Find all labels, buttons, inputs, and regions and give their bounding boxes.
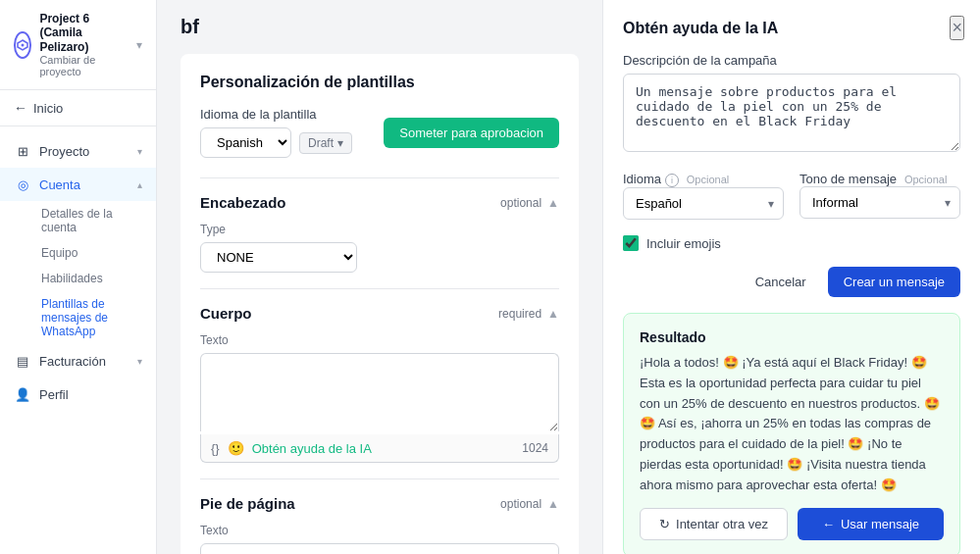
sidebar-facturacion-label: Facturación xyxy=(39,354,106,369)
receipt-icon: ▤ xyxy=(14,352,31,370)
retry-button[interactable]: ↻ Intentar otra vez xyxy=(640,508,788,540)
emojis-label: Incluir emojis xyxy=(646,236,721,251)
encabezado-collapse-icon[interactable]: ▲ xyxy=(547,196,559,210)
tono-col: Tono de mensaje Opcional Informal Formal… xyxy=(799,171,960,220)
encabezado-badge: optional ▲ xyxy=(500,196,559,210)
pie-title: Pie de página xyxy=(200,495,295,512)
project-icon xyxy=(14,31,31,59)
descripcion-label: Descripción de la campaña xyxy=(623,53,960,68)
sidebar-nav: ⊞ Proyecto ▾ ◎ Cuenta ▴ Detalles de la c… xyxy=(0,126,156,554)
draft-chevron-icon: ▾ xyxy=(337,136,343,150)
emojis-row: Incluir emojis xyxy=(623,235,960,251)
refresh-icon: ↻ xyxy=(659,517,670,531)
idioma-optional: Opcional xyxy=(687,174,729,185)
cuerpo-textarea-wrap: {} 🙂 Obtén ayuda de la IA 1024 xyxy=(200,353,559,463)
main-header: bf xyxy=(157,0,602,54)
cuerpo-section: Cuerpo required ▲ Texto {} 🙂 Obtén ayuda… xyxy=(200,288,559,463)
info-icon[interactable]: i xyxy=(665,174,679,187)
chevron-down-icon: ▴ xyxy=(137,179,142,190)
page-title: bf xyxy=(181,16,579,38)
tono-optional: Opcional xyxy=(904,174,947,185)
pie-collapse-icon[interactable]: ▲ xyxy=(547,497,559,511)
sidebar-proyecto-label: Proyecto xyxy=(39,144,89,159)
template-card: Personalización de plantillas Idioma de … xyxy=(181,54,579,554)
cancel-button[interactable]: Cancelar xyxy=(744,267,818,297)
panel-lang-tone-row: Idioma i Opcional Español English French… xyxy=(623,171,960,220)
resultado-title: Resultado xyxy=(640,329,944,345)
chevron-icon: ▾ xyxy=(137,146,142,157)
emojis-checkbox[interactable] xyxy=(623,235,639,251)
encabezado-header: Encabezado optional ▲ xyxy=(200,194,559,211)
type-select[interactable]: NONE xyxy=(200,242,357,273)
sidebar-item-proyecto[interactable]: ⊞ Proyecto ▾ xyxy=(0,134,156,168)
tono-select-wrap: Informal Formal Amigable Profesional xyxy=(799,186,960,219)
sidebar: Project 6 (Camila Pelizaro) Cambiar de p… xyxy=(0,0,157,554)
ia-help-link[interactable]: Obtén ayuda de la IA xyxy=(252,441,372,456)
cuerpo-header: Cuerpo required ▲ xyxy=(200,305,559,322)
language-select[interactable]: Spanish xyxy=(200,127,291,158)
cuerpo-collapse-icon[interactable]: ▲ xyxy=(547,307,559,321)
back-label: Inicio xyxy=(33,101,63,116)
emoji-icon: 🙂 xyxy=(228,440,244,456)
pie-badge: optional ▲ xyxy=(500,497,559,511)
cuerpo-badge: required ▲ xyxy=(498,307,559,321)
sidebar-item-detalles[interactable]: Detalles de la cuenta xyxy=(27,201,156,240)
sidebar-header: Project 6 (Camila Pelizaro) Cambiar de p… xyxy=(0,0,156,90)
lang-label: Idioma de la plantilla xyxy=(200,107,352,122)
pie-input-row xyxy=(200,543,559,554)
tono-label: Tono de mensaje xyxy=(799,172,897,186)
resultado-text: ¡Hola a todos! 🤩 ¡Ya está aquí el Black … xyxy=(640,353,944,496)
grid-icon: ⊞ xyxy=(14,142,31,160)
lang-row: Idioma de la plantilla Spanish Draft ▾ S… xyxy=(200,107,559,158)
svg-point-0 xyxy=(22,43,25,46)
result-actions: ↻ Intentar otra vez ← Usar mensaje xyxy=(640,508,944,540)
sidebar-item-plantillas[interactable]: Plantillas de mensajes de WhatsApp xyxy=(27,291,156,344)
ia-panel: Obtén ayuda de la IA × Descripción de la… xyxy=(602,0,980,554)
main-content: bf Personalización de plantillas Idioma … xyxy=(157,0,602,554)
pie-header: Pie de página optional ▲ xyxy=(200,495,559,512)
sidebar-cuenta-label: Cuenta xyxy=(39,177,80,192)
tono-select[interactable]: Informal Formal Amigable Profesional xyxy=(799,186,960,219)
panel-actions: Cancelar Crear un mensaje xyxy=(623,267,960,297)
content-area: Personalización de plantillas Idioma de … xyxy=(157,54,602,554)
descripcion-textarea[interactable]: Un mensaje sobre productos para el cuida… xyxy=(623,74,960,152)
project-switch-label: Cambiar de proyecto xyxy=(39,54,129,77)
cuenta-sub-items: Detalles de la cuenta Equipo Habilidades… xyxy=(0,201,156,344)
back-button[interactable]: ← Inicio xyxy=(0,90,156,126)
cuerpo-texto-label: Texto xyxy=(200,333,559,347)
idioma-col: Idioma i Opcional Español English French… xyxy=(623,171,784,220)
panel-title: Obtén ayuda de la IA xyxy=(623,20,960,37)
sidebar-item-facturacion[interactable]: ▤ Facturación ▾ xyxy=(0,344,156,378)
sidebar-item-cuenta[interactable]: ◎ Cuenta ▴ xyxy=(0,168,156,201)
arrow-right-icon: ← xyxy=(822,517,835,531)
idioma-select-wrap: Español English French Portuguese xyxy=(623,187,784,220)
pie-texto-label: Texto xyxy=(200,524,559,537)
pie-input[interactable] xyxy=(200,543,559,554)
sidebar-item-habilidades[interactable]: Habilidades xyxy=(27,266,156,291)
idioma-select[interactable]: Español English French Portuguese xyxy=(623,187,784,220)
type-label: Type xyxy=(200,223,559,236)
panel-close-button[interactable]: × xyxy=(950,16,964,40)
encabezado-section: Encabezado optional ▲ Type NONE xyxy=(200,177,559,273)
use-message-button[interactable]: ← Usar mensaje xyxy=(798,508,944,540)
draft-label: Draft xyxy=(308,136,334,150)
card-title: Personalización de plantillas xyxy=(200,74,559,91)
sidebar-perfil-label: Perfil xyxy=(39,387,69,402)
person-icon: 👤 xyxy=(14,385,31,403)
cuerpo-toolbar: {} 🙂 Obtén ayuda de la IA 1024 xyxy=(200,434,559,463)
cuerpo-title: Cuerpo xyxy=(200,305,252,322)
sidebar-item-equipo[interactable]: Equipo xyxy=(27,240,156,266)
draft-badge: Draft ▾ xyxy=(299,132,352,154)
chevron-right-icon: ▾ xyxy=(137,356,142,367)
sidebar-item-perfil[interactable]: 👤 Perfil xyxy=(0,378,156,411)
cuerpo-textarea[interactable] xyxy=(200,353,559,431)
project-switcher[interactable]: Project 6 (Camila Pelizaro) Cambiar de p… xyxy=(14,12,142,77)
submit-button[interactable]: Someter para aprobacion xyxy=(384,118,559,148)
char-count-cuerpo: 1024 xyxy=(522,441,548,455)
create-message-button[interactable]: Crear un mensaje xyxy=(828,267,960,297)
idioma-label: Idioma xyxy=(623,172,661,186)
pie-section: Pie de página optional ▲ Texto 60 xyxy=(200,478,559,554)
resultado-box: Resultado ¡Hola a todos! 🤩 ¡Ya está aquí… xyxy=(623,313,960,554)
user-circle-icon: ◎ xyxy=(14,176,31,193)
encabezado-title: Encabezado xyxy=(200,194,286,211)
